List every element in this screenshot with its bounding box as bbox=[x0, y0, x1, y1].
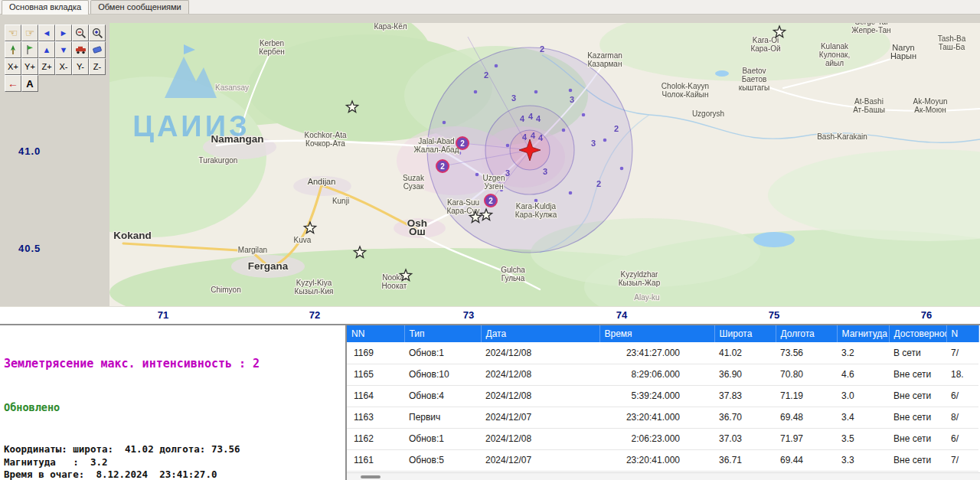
vehicle-icon bbox=[75, 45, 87, 54]
table-row[interactable]: 1169Обнов:12024/12/0823:41:27.00041.0273… bbox=[347, 342, 978, 364]
label-a-button[interactable]: A bbox=[21, 75, 38, 92]
place-label: SuzakСузак bbox=[403, 174, 425, 191]
marker-button[interactable] bbox=[5, 41, 21, 58]
table-cell: 3.0 bbox=[837, 385, 889, 407]
place-label: NarynНарын bbox=[890, 43, 916, 60]
table-cell: 71.19 bbox=[776, 385, 837, 407]
map-toolbar: ☜☞◄►▲▼X+Y+Z+X-Y-Z-←A bbox=[5, 24, 106, 92]
table-cell: 2024/12/08 bbox=[481, 342, 599, 364]
table-cell: 2024/12/07 bbox=[481, 407, 599, 428]
table-cell: 69.44 bbox=[776, 449, 837, 471]
event-detail-line: Координаты: широта: 41.02 долгота: 73.56 bbox=[4, 443, 341, 456]
table-cell: Обнов:1 bbox=[404, 428, 481, 449]
tab-main[interactable]: Основная вкладка bbox=[2, 0, 89, 15]
table-cell: 2024/12/07 bbox=[481, 449, 599, 471]
table-cell: 71.97 bbox=[776, 428, 837, 449]
felt-city-intensity: 2 bbox=[460, 139, 465, 148]
vehicle-button[interactable] bbox=[72, 41, 89, 58]
step-down-button[interactable]: ▼ bbox=[55, 41, 72, 58]
back-arrow-icon: ← bbox=[8, 78, 18, 89]
longitude-axis: 717273747576 bbox=[0, 306, 980, 324]
place-label: GulchaГульча bbox=[501, 266, 525, 282]
scrollbar-thumb[interactable] bbox=[361, 475, 381, 478]
pan-hand-right-button[interactable]: ☞ bbox=[21, 24, 38, 41]
flag-green-icon bbox=[25, 44, 34, 55]
table-row[interactable]: 1165Обнов:102024/12/088:29:06.00036.9070… bbox=[347, 364, 978, 385]
event-detail-line: Магнитуда : 3.2 bbox=[4, 456, 341, 469]
event-details: Координаты: широта: 41.02 долгота: 73.56… bbox=[4, 443, 341, 480]
intensity-number: 2 bbox=[540, 44, 544, 54]
intensity-number: 3 bbox=[511, 93, 516, 103]
felt-report-dot bbox=[534, 90, 538, 94]
table-row[interactable]: 1164Обнов:42024/12/085:39:24.00037.8371.… bbox=[347, 385, 978, 407]
table-horizontal-scrollbar[interactable] bbox=[347, 472, 980, 480]
tab-messages[interactable]: Обмен сообщениями bbox=[90, 0, 189, 14]
step-up-button[interactable]: ▲ bbox=[38, 41, 55, 58]
map-side-panel: ☜☞◄►▲▼X+Y+Z+X-Y-Z-←A 41.040.5 bbox=[0, 23, 109, 306]
felt-report-dot bbox=[582, 113, 586, 117]
x-plus-button[interactable]: X+ bbox=[5, 58, 21, 75]
table-cell: 6/ bbox=[946, 385, 978, 407]
intensity-number: 3 bbox=[591, 139, 596, 148]
erase-button[interactable] bbox=[89, 41, 106, 58]
latitude-label: 41.0 bbox=[18, 145, 41, 157]
table-cell: 23:41:27.000 bbox=[599, 342, 714, 364]
toolbar-row: ←A bbox=[5, 75, 106, 92]
table-cell: 36.70 bbox=[714, 407, 776, 428]
arrow-up-icon: ▲ bbox=[43, 46, 51, 54]
column-header: Дата bbox=[481, 325, 599, 342]
table-cell: 4.6 bbox=[837, 364, 889, 385]
event-info-panel: Землетрясение макс. интенсивность : 2 Об… bbox=[0, 325, 347, 480]
felt-report-dot bbox=[475, 173, 479, 177]
place-label: KazarmanКазарман bbox=[587, 51, 622, 68]
step-left-button[interactable]: ◄ bbox=[38, 24, 55, 41]
place-label: KerbenКербен bbox=[259, 39, 285, 56]
table-cell: 3.5 bbox=[837, 428, 889, 449]
toolbar-row: ▲▼ bbox=[5, 41, 106, 58]
intensity-number: 2 bbox=[614, 124, 619, 133]
tab-bar: Основная вкладкаОбмен сообщениями bbox=[0, 0, 980, 15]
place-label: Turakurgon bbox=[199, 156, 238, 165]
place-label: Kara-OiКара-Ой bbox=[750, 36, 780, 53]
table-cell: 1165 bbox=[347, 364, 404, 385]
table-cell: 36.71 bbox=[714, 449, 776, 471]
intensity-number: 3 bbox=[543, 167, 547, 176]
map[interactable]: ЦАИИЗ 222233333444444Кара-КёлKerbenКербе… bbox=[109, 23, 980, 306]
place-label: KyzyldzharКызыл-Жар bbox=[619, 270, 661, 287]
pan-hand-left-button[interactable]: ☜ bbox=[5, 24, 21, 41]
table-cell: 2024/12/08 bbox=[481, 428, 599, 449]
column-header: NN bbox=[347, 325, 404, 342]
longitude-label: 72 bbox=[309, 309, 320, 321]
z-plus-button[interactable]: Z+ bbox=[38, 58, 55, 75]
z-minus-button[interactable]: Z- bbox=[89, 58, 106, 75]
place-label: Chimyon bbox=[211, 286, 240, 294]
table-row[interactable]: 1162Обнов:12024/12/082:06:23.00037.0371.… bbox=[347, 428, 978, 449]
table-cell: 2:06:23.000 bbox=[599, 428, 714, 449]
x-minus-button[interactable]: X- bbox=[55, 58, 72, 75]
y-plus-button[interactable]: Y+ bbox=[21, 58, 38, 75]
column-header: N bbox=[946, 325, 978, 342]
zoom-out-button[interactable] bbox=[72, 24, 89, 41]
table-row[interactable]: 1163Первич2024/12/0723:20:41.00036.7069.… bbox=[347, 407, 978, 428]
y-minus-button[interactable]: Y- bbox=[72, 58, 89, 75]
table-cell: 41.02 bbox=[714, 342, 776, 364]
zoom-in-button[interactable] bbox=[89, 24, 106, 41]
felt-report-dot bbox=[562, 129, 566, 132]
column-header: Магнитуда bbox=[837, 325, 889, 342]
longitude-label: 74 bbox=[616, 309, 627, 321]
table-row[interactable]: 1161Обнов:52024/12/0723:20:41.00036.7169… bbox=[347, 449, 978, 471]
place-label: Jalal-AbadЖалал-Абад bbox=[413, 137, 459, 154]
felt-report-dot bbox=[620, 167, 624, 171]
place-label: Cholok-KayynЧолок-Кайын bbox=[662, 82, 709, 99]
events-table-panel: NNТипДатаВремяШиротаДолготаМагнитудаДост… bbox=[347, 325, 980, 480]
intensity-number: 4 bbox=[528, 112, 534, 121]
step-right-button[interactable]: ► bbox=[55, 24, 72, 41]
intensity-number: 4 bbox=[522, 132, 528, 142]
button-label: Z+ bbox=[41, 63, 51, 71]
map-workspace: ☜☞◄►▲▼X+Y+Z+X-Y-Z-←A 41.040.5 bbox=[0, 23, 980, 306]
place-label: Kunji bbox=[332, 197, 349, 205]
map-container[interactable]: ЦАИИЗ 222233333444444Кара-КёлKerbenКербе… bbox=[109, 23, 980, 306]
flag-button[interactable] bbox=[21, 41, 38, 58]
back-button[interactable]: ← bbox=[5, 75, 21, 92]
table-cell: 23:20:41.000 bbox=[599, 407, 714, 428]
